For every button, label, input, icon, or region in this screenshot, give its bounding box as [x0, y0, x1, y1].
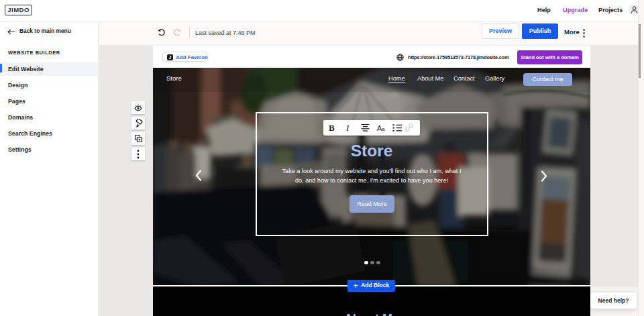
- svg-text:B: B: [329, 123, 335, 133]
- svg-text:a: a: [382, 126, 385, 132]
- svg-text:I: I: [345, 123, 350, 133]
